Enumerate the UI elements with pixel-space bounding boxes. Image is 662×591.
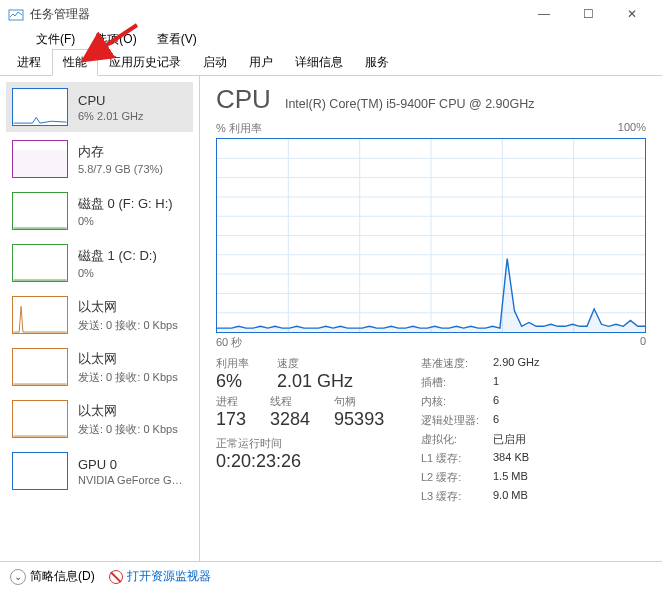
menu-file[interactable]: 文件(F)	[26, 29, 85, 50]
minimize-button[interactable]: —	[522, 0, 566, 28]
cpu-chart[interactable]	[216, 138, 646, 333]
sidebar-item-sub: 6% 2.01 GHz	[78, 110, 143, 122]
sidebar-item-sub: 发送: 0 接收: 0 Kbps	[78, 422, 178, 437]
content: CPU 6% 2.01 GHz 内存 5.8/7.9 GB (73%) 磁盘 0…	[0, 76, 662, 561]
base-label: 基准速度:	[421, 356, 493, 371]
hnd-label: 句柄	[334, 394, 384, 409]
sidebar-item-label: 以太网	[78, 402, 178, 420]
speed-value: 2.01 GHz	[277, 371, 353, 392]
speed-label: 速度	[277, 356, 353, 371]
proc-label: 进程	[216, 394, 246, 409]
ethernet-thumb	[12, 296, 68, 334]
chart-xleft: 60 秒	[216, 335, 242, 350]
ethernet-thumb	[12, 400, 68, 438]
sidebar-item-label: 磁盘 0 (F: G: H:)	[78, 195, 173, 213]
ethernet-thumb	[12, 348, 68, 386]
cpu-model: Intel(R) Core(TM) i5-9400F CPU @ 2.90GHz	[285, 97, 535, 111]
l3-value: 9.0 MB	[493, 489, 528, 504]
resource-monitor-label: 打开资源监视器	[127, 568, 211, 585]
l1-value: 384 KB	[493, 451, 529, 466]
sidebar-item-sub: 发送: 0 接收: 0 Kbps	[78, 370, 178, 385]
tab-details[interactable]: 详细信息	[284, 49, 354, 75]
virt-label: 虚拟化:	[421, 432, 493, 447]
menu-file[interactable]	[6, 37, 26, 41]
l2-label: L2 缓存:	[421, 470, 493, 485]
base-value: 2.90 GHz	[493, 356, 539, 371]
sidebar-item-label: 以太网	[78, 298, 178, 316]
window-title: 任务管理器	[30, 6, 522, 23]
sidebar-item-sub: 发送: 0 接收: 0 Kbps	[78, 318, 178, 333]
fewer-details-label: 简略信息(D)	[30, 568, 95, 585]
util-value: 6%	[216, 371, 249, 392]
chart-ymax: 100%	[618, 121, 646, 136]
sidebar-item-gpu0[interactable]: GPU 0 NVIDIA GeForce G…	[6, 446, 193, 496]
uptime-value: 0:20:23:26	[216, 451, 421, 472]
app-icon	[8, 6, 24, 22]
sidebar-item-label: 磁盘 1 (C: D:)	[78, 247, 157, 265]
hnd-value: 95393	[334, 409, 384, 430]
sidebar-item-label: GPU 0	[78, 457, 183, 472]
chart-ylabel: % 利用率	[216, 121, 262, 136]
l3-label: L3 缓存:	[421, 489, 493, 504]
menu-options[interactable]: 选项(O)	[85, 29, 146, 50]
disk-thumb	[12, 192, 68, 230]
cpu-thumb	[12, 88, 68, 126]
sidebar-item-label: 内存	[78, 143, 163, 161]
sidebar-item-label: 以太网	[78, 350, 178, 368]
sidebar-item-label: CPU	[78, 93, 143, 108]
menubar: 文件(F) 选项(O) 查看(V)	[0, 28, 662, 50]
gpu-thumb	[12, 452, 68, 490]
sidebar-item-memory[interactable]: 内存 5.8/7.9 GB (73%)	[6, 134, 193, 184]
virt-value: 已启用	[493, 432, 526, 447]
sidebar-item-cpu[interactable]: CPU 6% 2.01 GHz	[6, 82, 193, 132]
util-label: 利用率	[216, 356, 249, 371]
sidebar-item-sub: 5.8/7.9 GB (73%)	[78, 163, 163, 175]
sock-label: 插槽:	[421, 375, 493, 390]
core-value: 6	[493, 394, 499, 409]
sidebar-item-disk1[interactable]: 磁盘 1 (C: D:) 0%	[6, 238, 193, 288]
l1-label: L1 缓存:	[421, 451, 493, 466]
tab-performance[interactable]: 性能	[52, 49, 98, 76]
tab-startup[interactable]: 启动	[192, 49, 238, 75]
page-title: CPU	[216, 84, 271, 115]
proc-value: 173	[216, 409, 246, 430]
tab-processes[interactable]: 进程	[6, 49, 52, 75]
tabs: 进程 性能 应用历史记录 启动 用户 详细信息 服务	[0, 50, 662, 76]
tab-services[interactable]: 服务	[354, 49, 400, 75]
thr-label: 线程	[270, 394, 310, 409]
maximize-button[interactable]: ☐	[566, 0, 610, 28]
close-button[interactable]: ✕	[610, 0, 654, 28]
core-label: 内核:	[421, 394, 493, 409]
sidebar-item-ethernet2[interactable]: 以太网 发送: 0 接收: 0 Kbps	[6, 394, 193, 444]
sidebar-item-ethernet0[interactable]: 以太网 发送: 0 接收: 0 Kbps	[6, 290, 193, 340]
fewer-details-button[interactable]: ⌄ 简略信息(D)	[10, 568, 95, 585]
sidebar-item-sub: 0%	[78, 267, 157, 279]
sidebar-item-disk0[interactable]: 磁盘 0 (F: G: H:) 0%	[6, 186, 193, 236]
lproc-label: 逻辑处理器:	[421, 413, 493, 428]
uptime-label: 正常运行时间	[216, 436, 421, 451]
tab-users[interactable]: 用户	[238, 49, 284, 75]
thr-value: 3284	[270, 409, 310, 430]
l2-value: 1.5 MB	[493, 470, 528, 485]
chevron-down-icon: ⌄	[10, 569, 26, 585]
tab-apphistory[interactable]: 应用历史记录	[98, 49, 192, 75]
svg-rect-3	[13, 150, 66, 177]
sidebar-item-ethernet1[interactable]: 以太网 发送: 0 接收: 0 Kbps	[6, 342, 193, 392]
resource-monitor-icon	[109, 570, 123, 584]
main-panel: CPU Intel(R) Core(TM) i5-9400F CPU @ 2.9…	[200, 76, 662, 561]
sidebar-item-sub: NVIDIA GeForce G…	[78, 474, 183, 486]
statusbar: ⌄ 简略信息(D) 打开资源监视器	[0, 561, 662, 591]
menu-view[interactable]: 查看(V)	[147, 29, 207, 50]
memory-thumb	[12, 140, 68, 178]
sock-value: 1	[493, 375, 499, 390]
sidebar-item-sub: 0%	[78, 215, 173, 227]
disk-thumb	[12, 244, 68, 282]
titlebar: 任务管理器 — ☐ ✕	[0, 0, 662, 28]
chart-xright: 0	[640, 335, 646, 350]
sidebar[interactable]: CPU 6% 2.01 GHz 内存 5.8/7.9 GB (73%) 磁盘 0…	[0, 76, 200, 561]
lproc-value: 6	[493, 413, 499, 428]
open-resource-monitor-link[interactable]: 打开资源监视器	[109, 568, 211, 585]
